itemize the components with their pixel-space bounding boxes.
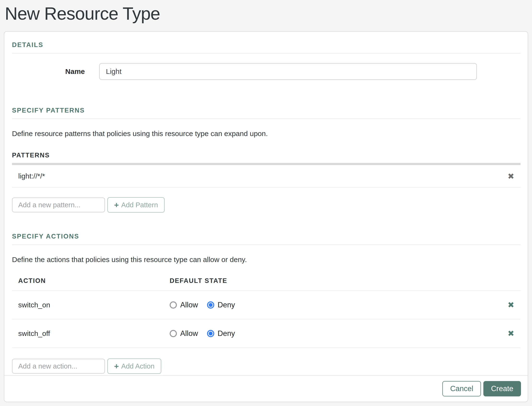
details-section-heading: DETAILS <box>12 41 520 49</box>
radio-button-icon[interactable] <box>170 301 177 309</box>
section-divider <box>12 53 520 53</box>
default-state-radio-group: Allow Deny <box>170 329 235 338</box>
allow-radio-label: Allow <box>180 329 198 338</box>
actions-table-header: ACTION DEFAULT STATE <box>12 277 520 291</box>
plus-icon: + <box>114 201 119 209</box>
new-pattern-input[interactable] <box>12 197 105 212</box>
section-divider <box>12 245 520 245</box>
page-title: New Resource Type <box>0 0 532 24</box>
form-body: DETAILS Name SPECIFY PATTERNS Define res… <box>4 32 528 374</box>
allow-radio-label: Allow <box>180 301 198 309</box>
name-input[interactable] <box>99 63 477 80</box>
name-field-label: Name <box>12 67 85 76</box>
pattern-list-item: light://*/* ✖ <box>12 165 520 188</box>
cancel-button[interactable]: Cancel <box>442 381 481 396</box>
remove-pattern-button[interactable]: ✖ <box>508 172 514 180</box>
patterns-list-header-bar <box>12 163 520 165</box>
new-action-input[interactable] <box>12 359 105 374</box>
patterns-list-label: PATTERNS <box>12 152 520 159</box>
new-resource-type-form-card: DETAILS Name SPECIFY PATTERNS Define res… <box>4 31 528 402</box>
section-divider <box>12 118 520 119</box>
remove-icon: ✖ <box>508 300 514 309</box>
remove-icon: ✖ <box>508 172 514 181</box>
add-action-button[interactable]: + Add Action <box>107 358 161 374</box>
deny-radio-label: Deny <box>217 329 235 338</box>
patterns-description: Define resource patterns that policies u… <box>12 130 520 138</box>
pattern-value: light://*/* <box>18 172 45 180</box>
page-header: New Resource Type <box>0 0 532 31</box>
remove-action-button[interactable]: ✖ <box>508 329 514 337</box>
specify-actions-section-heading: SPECIFY ACTIONS <box>12 233 520 240</box>
allow-radio-option[interactable]: Allow <box>170 329 198 338</box>
add-action-row: + Add Action <box>12 358 520 374</box>
default-state-radio-group: Allow Deny <box>170 301 235 309</box>
default-state-column-header: DEFAULT STATE <box>170 277 227 285</box>
deny-radio-option[interactable]: Deny <box>207 301 235 309</box>
action-name: switch_off <box>18 329 170 338</box>
name-field-row: Name <box>12 63 520 80</box>
action-name: switch_on <box>18 301 170 309</box>
form-footer: Cancel Create <box>4 375 528 402</box>
table-row: switch_off Allow Deny ✖ <box>12 319 520 348</box>
add-pattern-row: + Add Pattern <box>12 197 520 213</box>
action-column-header: ACTION <box>18 277 170 285</box>
footer-area: Cancel Create <box>4 375 528 402</box>
create-button[interactable]: Create <box>483 381 521 396</box>
deny-radio-option[interactable]: Deny <box>207 329 235 338</box>
radio-button-icon[interactable] <box>207 330 214 337</box>
actions-description: Define the actions that policies using t… <box>12 255 520 264</box>
plus-icon: + <box>114 362 119 370</box>
remove-action-button[interactable]: ✖ <box>508 301 514 309</box>
specify-patterns-section-heading: SPECIFY PATTERNS <box>12 107 520 114</box>
add-action-button-label: Add Action <box>121 362 154 370</box>
radio-button-icon[interactable] <box>170 330 177 337</box>
table-row: switch_on Allow Deny ✖ <box>12 291 520 319</box>
add-pattern-button-label: Add Pattern <box>121 201 158 209</box>
add-pattern-button[interactable]: + Add Pattern <box>107 197 165 213</box>
remove-icon: ✖ <box>508 329 514 338</box>
allow-radio-option[interactable]: Allow <box>170 301 198 309</box>
radio-button-icon[interactable] <box>207 301 214 309</box>
deny-radio-label: Deny <box>217 301 235 309</box>
